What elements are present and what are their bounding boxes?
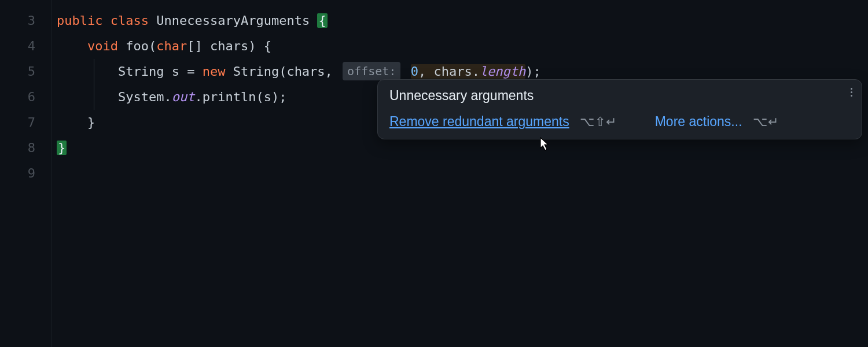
method-name: foo( bbox=[126, 39, 156, 53]
line-number: 9 bbox=[0, 161, 35, 186]
brace-open-highlight: { bbox=[317, 13, 327, 28]
brace-close: } bbox=[87, 115, 95, 130]
quick-fix-shortcut: ⌥⇧↵ bbox=[580, 115, 617, 130]
param-decl: [] chars) { bbox=[187, 39, 271, 53]
code-line-4[interactable]: void foo(char[] chars) { bbox=[57, 34, 868, 59]
line-number: 8 bbox=[0, 135, 35, 161]
code-text: .println(s); bbox=[194, 90, 286, 104]
tooltip-title: Unnecessary arguments bbox=[389, 88, 850, 104]
keyword-new: new bbox=[203, 64, 226, 79]
code-text: System. bbox=[118, 90, 172, 104]
code-area[interactable]: public class UnnecessaryArguments { void… bbox=[52, 0, 868, 347]
more-actions-link[interactable]: More actions... bbox=[655, 114, 742, 130]
code-line-9[interactable] bbox=[57, 161, 868, 186]
code-text: chars. bbox=[426, 64, 480, 79]
keyword-public: public bbox=[57, 13, 102, 28]
code-text: String s = bbox=[118, 64, 203, 79]
code-text: ); bbox=[525, 64, 541, 79]
class-name: UnnecessaryArguments bbox=[156, 13, 310, 28]
tooltip-actions: Remove redundant arguments ⌥⇧↵ More acti… bbox=[389, 114, 850, 130]
field-out: out bbox=[172, 90, 195, 104]
line-number: 5 bbox=[0, 59, 35, 84]
line-number: 6 bbox=[0, 84, 35, 110]
quick-fix-link[interactable]: Remove redundant arguments bbox=[389, 114, 569, 130]
keyword-char: char bbox=[156, 39, 187, 53]
code-line-3[interactable]: public class UnnecessaryArguments { bbox=[57, 8, 868, 34]
comma: , bbox=[418, 64, 426, 79]
code-text: String(chars, bbox=[225, 64, 332, 79]
keyword-void: void bbox=[87, 39, 118, 53]
line-number: 4 bbox=[0, 34, 35, 59]
parameter-hint: offset: bbox=[343, 62, 400, 80]
inspection-tooltip: Unnecessary arguments Remove redundant a… bbox=[377, 79, 862, 139]
keyword-class: class bbox=[111, 13, 149, 28]
line-number-gutter: 3 4 5 6 7 8 9 bbox=[0, 0, 52, 347]
brace-close-highlight: } bbox=[57, 141, 67, 155]
line-number: 3 bbox=[0, 8, 35, 34]
more-actions-shortcut: ⌥↵ bbox=[753, 115, 779, 130]
number-literal: 0 bbox=[411, 64, 418, 79]
more-options-icon[interactable] bbox=[851, 88, 852, 97]
code-editor: 3 4 5 6 7 8 9 public class UnnecessaryAr… bbox=[0, 0, 868, 347]
indent-guide bbox=[94, 84, 94, 110]
field-length: length bbox=[480, 64, 525, 79]
line-number: 7 bbox=[0, 110, 35, 135]
indent-guide bbox=[94, 59, 94, 84]
